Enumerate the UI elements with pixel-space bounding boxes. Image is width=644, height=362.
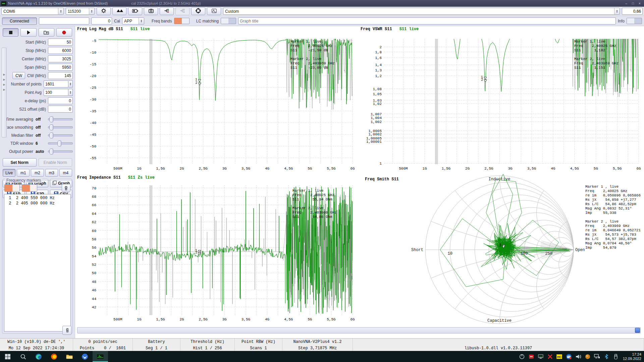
frequency-markers-list[interactable]: 1 2 400 550 000 Hz 2 2 405 000 000 Hz	[4, 194, 71, 331]
slider-thumb[interactable]	[50, 132, 53, 138]
taskbar-search-icon[interactable]	[15, 351, 31, 362]
play-button[interactable]	[20, 28, 36, 37]
close-button[interactable]: ×	[637, 2, 642, 5]
field-input-2[interactable]	[48, 55, 73, 62]
tray-display-icon[interactable]	[538, 354, 544, 360]
field-row-stop-mhz-: Stop (MHz)	[8, 46, 73, 55]
field-input-0[interactable]	[48, 39, 73, 46]
svg-text:64: 64	[92, 212, 97, 216]
tray-red-x-icon[interactable]	[547, 354, 553, 360]
info-toggle[interactable]	[627, 18, 642, 24]
lc-matching-toggle[interactable]	[221, 18, 236, 24]
taskbar-nanovna-app-icon[interactable]	[93, 351, 108, 362]
cal-select[interactable]: APP▲▼	[122, 17, 144, 24]
status-cell-2-2: Points 0 / 1601	[73, 345, 133, 351]
tray-mail-icon[interactable]	[566, 354, 572, 360]
cw-mode-button[interactable]: CW	[12, 72, 25, 79]
taskbar-explorer-icon[interactable]	[62, 351, 77, 362]
marker-1-color-toggle[interactable]	[4, 184, 20, 192]
memory-tab-m2[interactable]: m2	[31, 169, 44, 177]
tray-orange-app-icon[interactable]	[585, 354, 591, 360]
taskbar-clock[interactable]: 17:2412.09.2022	[622, 351, 644, 362]
scale-value-input[interactable]	[622, 8, 643, 15]
main-area: ▶▶▶▶ Start (MHz)Stop (MHz)Center (MHz)Sp…	[0, 26, 644, 338]
field-input-7[interactable]	[48, 97, 73, 104]
frequency-marker-item[interactable]: 2 2 405 000 000 Hz	[4, 201, 70, 206]
svg-text:1,8: 1,8	[375, 50, 382, 54]
clear-graphs-button[interactable]	[62, 326, 71, 335]
tray-network-icon[interactable]	[594, 354, 600, 360]
slider-thumb[interactable]	[50, 148, 53, 155]
baud-spinner[interactable]: ▲▼	[89, 8, 94, 14]
field-label: Point Avg	[25, 90, 42, 95]
taskbar-edge-icon[interactable]	[31, 351, 46, 362]
memory-tab-m1[interactable]: m1	[17, 169, 30, 177]
titlebar: NanoVNA-App v1.1.210 by OneOfEleven (mod…	[0, 0, 644, 7]
slider-track[interactable]	[48, 134, 73, 136]
slider-thumb[interactable]	[58, 140, 61, 146]
freq-bands-toggle[interactable]	[174, 18, 190, 24]
maximize-button[interactable]: □	[631, 2, 635, 5]
usb-connected-button[interactable]	[160, 7, 174, 15]
slider-thumb[interactable]	[50, 124, 53, 130]
graph-title-input[interactable]	[238, 17, 616, 24]
raise-window-button[interactable]	[112, 7, 126, 15]
tray-power-icon[interactable]	[519, 354, 525, 360]
battery-button[interactable]	[128, 7, 142, 15]
field-input-3[interactable]	[48, 64, 73, 71]
taskbar-start-button[interactable]	[0, 351, 15, 362]
field-spinner[interactable]: ▲▼	[68, 89, 73, 96]
minimize-button[interactable]: –	[624, 2, 629, 5]
charts-canvas[interactable]: -5-10-15-20-25-30-35-40-45-50-55500M1G1,…	[76, 26, 644, 338]
tray-volume-icon[interactable]	[575, 354, 581, 360]
usb-disconnected-button[interactable]	[175, 7, 190, 15]
field-input-6[interactable]	[44, 89, 68, 96]
sweep-progress-bar[interactable]	[77, 327, 641, 334]
slider-thumb[interactable]	[50, 116, 53, 122]
memory-tab-m3[interactable]: m3	[45, 169, 58, 177]
points-count-input[interactable]	[91, 17, 112, 24]
com-port-spinner[interactable]: ▲▼	[58, 8, 63, 14]
graph-peak-button[interactable]	[207, 7, 221, 15]
set-norm-button[interactable]: Set Norm	[3, 158, 37, 167]
chart-marker-2[interactable]: 2	[196, 81, 201, 85]
tray-usb-icon[interactable]	[613, 354, 619, 360]
custom-preset-spinner[interactable]: ▲▼	[614, 8, 620, 14]
delete-markers-button[interactable]	[62, 184, 70, 192]
frequency-marker-item[interactable]: 1 2 400 550 000 Hz	[4, 195, 70, 201]
collapse-panel-strip[interactable]: ▶▶▶▶	[2, 48, 7, 137]
taskbar-thunderbird-icon[interactable]	[77, 351, 93, 362]
chart-marker-2[interactable]: 2	[481, 78, 487, 82]
field-input-8[interactable]	[48, 106, 73, 113]
progress-thumb[interactable]	[635, 328, 640, 333]
com-port-select[interactable]: COM6▲▼	[1, 8, 64, 15]
cal-select-spinner[interactable]: ▲▼	[139, 18, 144, 24]
memory-tab-live[interactable]: Live	[3, 169, 15, 177]
command-input[interactable]	[39, 17, 89, 24]
screenshot-camera-button[interactable]	[144, 7, 158, 15]
slider-track[interactable]	[48, 118, 73, 120]
taskbar-firefox-icon[interactable]	[46, 351, 62, 362]
tray-red-app-icon[interactable]	[528, 354, 534, 360]
status-cell-2-3: Seg 1 / 1	[133, 345, 180, 351]
enable-norm-button[interactable]: Enable Norm	[39, 158, 72, 167]
open-folder-button[interactable]	[39, 28, 54, 37]
baud-rate-select[interactable]: 115200▲▼	[66, 8, 95, 15]
connected-button[interactable]: Connected	[2, 17, 37, 25]
slider-track[interactable]	[48, 150, 73, 153]
field-input-5[interactable]	[44, 80, 68, 87]
field-input-1[interactable]	[48, 47, 73, 54]
record-button[interactable]	[56, 28, 72, 37]
memory-tab-m4[interactable]: m4	[59, 169, 72, 177]
field-input-4[interactable]	[48, 72, 73, 79]
tray-bluetooth-icon[interactable]	[603, 354, 609, 360]
custom-preset-select[interactable]: Custom▲▼	[223, 8, 620, 15]
marker-2-color-toggle[interactable]	[22, 184, 37, 192]
stop-button[interactable]	[3, 28, 18, 37]
slider-track[interactable]	[48, 126, 73, 128]
field-spinner[interactable]: ▲▼	[68, 80, 73, 87]
tray-hc-icon[interactable]: HC	[556, 354, 562, 360]
slider-track[interactable]	[48, 142, 73, 144]
calibration-target-button[interactable]	[191, 7, 205, 15]
settings-gear-button[interactable]	[97, 7, 111, 15]
